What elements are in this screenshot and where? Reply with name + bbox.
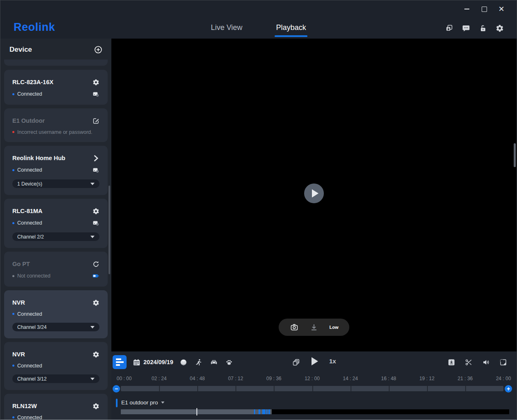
device-card-rlc-81ma[interactable]: RLC-81MA Connected Channel 2/2	[4, 199, 108, 248]
download-icon[interactable]	[447, 358, 456, 367]
snapshot-icon[interactable]	[290, 323, 299, 332]
audio-icon[interactable]	[481, 358, 490, 367]
add-device-icon[interactable]	[94, 46, 102, 54]
channel-selector-value: Channel 2/2	[17, 234, 44, 240]
close-button[interactable]: ✕	[497, 5, 506, 14]
device-card-go-pt[interactable]: Go PT Not connected	[4, 252, 108, 287]
device-name: RLN12W	[12, 403, 37, 409]
chevron-right-icon[interactable]	[92, 154, 99, 162]
gear-icon[interactable]	[92, 402, 99, 410]
time-tick-labels: 00 : 0002 : 2404 : 4807 : 1209 : 3612 : …	[121, 376, 503, 381]
tab-playback[interactable]: Playback	[276, 23, 306, 32]
channel-name: E1 outdoor pro	[121, 399, 158, 406]
sd-card-icon	[92, 90, 99, 98]
ruler-tick	[197, 386, 198, 391]
channel-selector[interactable]: 1 Device(s)	[12, 179, 99, 188]
status-dot	[12, 365, 14, 367]
window-scrollbar[interactable]	[514, 143, 516, 167]
play-overlay-button[interactable]	[304, 184, 324, 203]
main-tabs: Live View Playback	[211, 23, 306, 32]
maximize-button[interactable]	[480, 5, 489, 14]
channel-selector-value: Channel 3/24	[17, 324, 46, 330]
device-card-rln12w[interactable]: RLN12W Connected Channel 1/16	[4, 394, 108, 420]
animal-icon[interactable]	[224, 358, 233, 367]
quality-selector[interactable]: Low	[330, 325, 339, 330]
device-status: Not connected	[17, 273, 51, 279]
channel-selector[interactable]: E1 outdoor pro	[121, 399, 164, 406]
timeline-list-icon[interactable]	[113, 355, 127, 369]
device-card-nvr[interactable]: NVR Connected Channel 3/24	[4, 290, 108, 338]
status-dot	[12, 131, 14, 133]
timeline-zoom-out-button[interactable]: −	[113, 385, 120, 392]
file-encryption-icon[interactable]	[445, 24, 454, 33]
download-icon[interactable]	[309, 323, 319, 332]
time-tick: 04 : 48	[190, 376, 205, 381]
time-tick: 21 : 36	[458, 376, 473, 381]
gear-icon[interactable]	[92, 351, 99, 358]
edit-icon[interactable]	[92, 117, 99, 124]
clip-icon[interactable]	[464, 358, 473, 367]
device-card-e1-outdoor[interactable]: E1 Outdoor Incorrect username or passwor…	[4, 108, 108, 142]
device-name: RLC-823A-16X	[12, 79, 53, 85]
device-card-reolink-home-hub[interactable]: Reolink Home Hub Connected 1 Device(s)	[4, 146, 108, 195]
play-button[interactable]	[310, 357, 319, 365]
time-tick: 24 : 00	[496, 376, 511, 381]
header-action-icons	[445, 24, 504, 33]
device-name: E1 Outdoor	[12, 117, 45, 124]
time-tick: 09 : 36	[266, 376, 282, 381]
playback-bar: 2024/09/19	[111, 351, 517, 420]
time-tick: 19 : 12	[419, 376, 434, 381]
device-status: Connected	[17, 415, 42, 420]
device-card-partial[interactable]	[4, 60, 108, 66]
tab-live-view[interactable]: Live View	[211, 23, 242, 32]
channel-selector[interactable]: Channel 2/2	[12, 232, 99, 241]
status-dot	[12, 275, 14, 277]
video-viewport[interactable]: Low	[111, 39, 517, 351]
minimize-button[interactable]	[462, 5, 471, 14]
channel-selector[interactable]: Channel 3/24	[12, 323, 99, 331]
date-picker[interactable]: 2024/09/19	[132, 358, 173, 367]
ruler-tick	[274, 386, 275, 391]
timeline-ruler[interactable]	[121, 386, 503, 391]
channel-accent-bar	[116, 399, 118, 407]
fullscreen-icon[interactable]	[499, 358, 508, 367]
settings-icon[interactable]	[495, 24, 504, 33]
refresh-icon[interactable]	[92, 260, 99, 268]
time-tick: 14 : 24	[343, 376, 358, 381]
feedback-icon[interactable]	[462, 24, 471, 33]
multi-view-icon[interactable]	[291, 358, 300, 367]
playhead[interactable]	[196, 408, 197, 415]
device-sidebar: Device RLC-823A-16X Connected	[0, 39, 111, 420]
motion-icon[interactable]	[179, 358, 188, 367]
unlock-icon[interactable]	[478, 24, 487, 33]
device-status: Connected	[17, 91, 42, 97]
recording-event	[258, 409, 260, 414]
channel-selector[interactable]: Channel 3/12	[12, 374, 99, 383]
date-value: 2024/09/19	[143, 359, 173, 365]
time-tick: 07 : 12	[228, 376, 243, 381]
person-icon[interactable]	[194, 358, 203, 367]
speed-selector[interactable]: 1x	[329, 358, 336, 365]
recording-track[interactable]	[121, 409, 509, 414]
vehicle-icon[interactable]	[209, 358, 218, 367]
gear-icon[interactable]	[92, 299, 99, 306]
device-name: NVR	[12, 351, 25, 358]
device-list: RLC-823A-16X Connected E1 Outdoor	[0, 60, 111, 420]
right-tools	[447, 358, 508, 367]
event-filters	[179, 358, 233, 367]
device-card-rlc-823a-16x[interactable]: RLC-823A-16X Connected	[4, 70, 108, 105]
device-name: NVR	[12, 299, 25, 306]
device-card-nvr[interactable]: NVR Connected Channel 3/12	[4, 342, 108, 390]
app-header: ✕ Reolink Live View Playback	[0, 0, 517, 39]
ruler-tick	[465, 386, 466, 391]
status-dot	[12, 416, 14, 418]
channel-selector-value: 1 Device(s)	[17, 181, 42, 187]
channel-selector-value: Channel 3/12	[17, 376, 46, 382]
ruler-tick	[427, 386, 428, 391]
gear-icon[interactable]	[92, 207, 99, 215]
timeline-zoom-in-button[interactable]: +	[505, 385, 512, 392]
battery-icon	[92, 272, 99, 280]
gear-icon[interactable]	[92, 78, 99, 86]
sidebar-scrollbar[interactable]	[108, 186, 110, 274]
device-header: Device	[0, 39, 111, 60]
